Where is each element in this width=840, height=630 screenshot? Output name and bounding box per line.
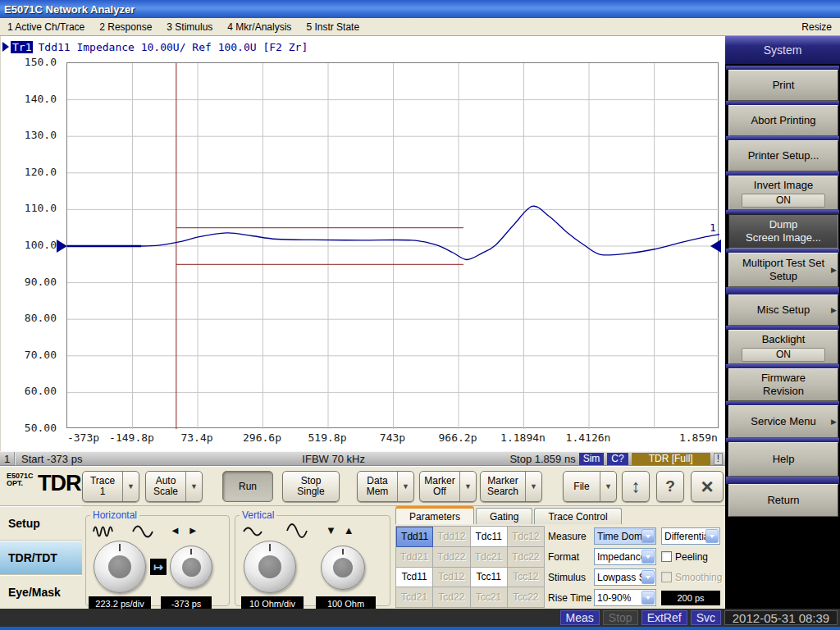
softkey-backlight[interactable]: Backlight ON xyxy=(728,330,838,364)
softkey-return[interactable]: Return xyxy=(728,484,838,517)
softkey-invert-image[interactable]: Invert Image ON xyxy=(728,176,838,210)
menu-active-ch-trace[interactable]: 1 Active Ch/Trace xyxy=(0,20,92,34)
measure-dropdown[interactable]: Time Doma xyxy=(594,527,656,545)
softkey-help[interactable]: Help xyxy=(728,442,838,477)
file-dropdown-arrow-icon[interactable]: ▼ xyxy=(600,472,616,501)
topology-dropdown-arrow-icon[interactable] xyxy=(705,529,719,543)
smoothing-checkbox[interactable] xyxy=(661,572,672,582)
mapsto-icon: ↦ xyxy=(150,559,167,575)
marker-search-button[interactable]: MarkerSearch ▼ xyxy=(480,471,542,502)
x-tick-label: 519.8p xyxy=(307,431,347,444)
y-tick-label: 120.0 xyxy=(7,166,57,178)
tdr-toolbar: E5071C OPT. TDR Trace1 ▼ AutoScale ▼ Run… xyxy=(0,466,725,505)
submenu-arrow-icon: ▶ xyxy=(831,415,837,428)
question-icon: ? xyxy=(665,477,675,495)
matrix-cell-Tcc11[interactable]: Tcc11 xyxy=(471,568,508,588)
softkey-firmware-revision[interactable]: Firmware Revision xyxy=(728,368,838,401)
matrix-cell-Tdc22[interactable]: Tdc22 xyxy=(508,547,545,568)
sim-badge: Sim xyxy=(579,453,605,465)
matrix-cell-Tdd12[interactable]: Tdd12 xyxy=(433,527,470,547)
matrix-cell-Tdc12[interactable]: Tdc12 xyxy=(508,527,545,547)
measure-dropdown-arrow-icon[interactable] xyxy=(641,529,655,543)
horizontal-scale-knob[interactable] xyxy=(94,541,146,593)
rise-time-dropdown-arrow-icon[interactable] xyxy=(641,591,655,605)
menu-instr-state[interactable]: 5 Instr State xyxy=(299,20,367,34)
marker-off-dropdown-arrow-icon[interactable]: ▼ xyxy=(459,472,476,501)
y-tick-label: 50.00 xyxy=(7,422,57,434)
format-dropdown[interactable]: Impedance xyxy=(594,548,656,565)
rise-time-dropdown[interactable]: 10-90% xyxy=(594,589,656,606)
format-dropdown-arrow-icon[interactable] xyxy=(641,550,655,564)
y-tick-label: 140.0 xyxy=(7,93,57,105)
meas-indicator: Meas xyxy=(560,610,600,625)
run-button[interactable]: Run xyxy=(222,471,273,502)
invert-image-on-indicator[interactable]: ON xyxy=(742,194,825,208)
matrix-cell-Tdc11[interactable]: Tdc11 xyxy=(471,527,508,547)
tab-parameters[interactable]: Parameters xyxy=(395,506,474,524)
minimize-restore-button[interactable]: ↕ xyxy=(622,471,650,502)
tab-tdr-tdt[interactable]: TDR/TDT xyxy=(0,541,82,575)
softkey-multiport-test-set-setup[interactable]: Multiport Test Set Setup ▶ xyxy=(728,253,838,287)
tab-setup[interactable]: Setup xyxy=(0,506,82,541)
softkey-misc-setup[interactable]: Misc Setup ▶ xyxy=(728,294,838,326)
graph-panel: Tr1 Tdd11 Impedance 10.00U/ Ref 100.0U [… xyxy=(0,36,725,451)
softkey-printer-setup[interactable]: Printer Setup... xyxy=(728,140,838,171)
stop-indicator: Stop xyxy=(603,610,638,625)
matrix-cell-Tcd11[interactable]: Tcd11 xyxy=(396,568,433,588)
data-mem-dropdown-arrow-icon[interactable]: ▼ xyxy=(397,472,413,501)
matrix-cell-Tcc22[interactable]: Tcc22 xyxy=(508,587,545,608)
auto-scale-dropdown-arrow-icon[interactable]: ▼ xyxy=(185,472,202,501)
x-tick-label: 1.4126n xyxy=(564,431,611,444)
matrix-cell-Tdd22[interactable]: Tdd22 xyxy=(433,547,470,568)
active-trace-arrow-icon xyxy=(2,42,9,52)
menu-stimulus[interactable]: 3 Stimulus xyxy=(159,20,220,34)
vertical-scale-knob[interactable] xyxy=(244,541,296,593)
softkey-abort-printing[interactable]: Abort Printing xyxy=(728,105,838,136)
tab-eye-mask[interactable]: Eye/Mask xyxy=(0,575,82,609)
matrix-cell-Tcd22[interactable]: Tcd22 xyxy=(433,587,470,608)
tab-trace-control[interactable]: Trace Control xyxy=(534,508,621,524)
sparse-wave-icon xyxy=(132,524,153,539)
marker-off-button[interactable]: MarkerOff ▼ xyxy=(419,471,477,502)
trace-dropdown-arrow-icon[interactable]: ▼ xyxy=(122,472,139,501)
matrix-cell-Tcc12[interactable]: Tcc12 xyxy=(508,568,545,588)
softkey-print[interactable]: Print xyxy=(728,70,838,101)
close-icon: × xyxy=(701,474,713,500)
softkey-service-menu[interactable]: Service Menu ▶ xyxy=(728,405,838,438)
peeling-checkbox[interactable] xyxy=(661,551,672,562)
plot-area[interactable]: 1 xyxy=(66,62,719,428)
vertical-position-knob[interactable] xyxy=(321,546,365,590)
dense-wave-icon xyxy=(93,524,116,539)
softkey-dump-screen-image[interactable]: Dump Screen Image... xyxy=(728,214,838,249)
auto-scale-button[interactable]: AutoScale ▼ xyxy=(145,471,203,502)
extref-indicator: ExtRef xyxy=(641,610,687,625)
stop-single-button[interactable]: StopSingle xyxy=(282,471,340,502)
stimulus-dropdown[interactable]: Lowpass S xyxy=(594,568,656,586)
horizontal-position-knob[interactable] xyxy=(170,546,212,588)
softkey-menu-title: System xyxy=(725,36,840,66)
topology-dropdown[interactable]: Differentia xyxy=(661,527,720,545)
matrix-cell-Tdd11[interactable]: Tdd11 xyxy=(396,527,433,547)
bottom-blue-strip xyxy=(0,627,840,630)
matrix-cell-Tcd21[interactable]: Tcd21 xyxy=(396,587,433,608)
backlight-on-indicator[interactable]: ON xyxy=(742,348,825,362)
trace-select-button[interactable]: Trace1 ▼ xyxy=(82,471,139,502)
close-toolbar-button[interactable]: × xyxy=(691,471,724,502)
resize-button[interactable]: Resize xyxy=(793,20,840,34)
marker-search-dropdown-arrow-icon[interactable]: ▼ xyxy=(525,472,541,501)
menu-mkr-analysis[interactable]: 4 Mkr/Analysis xyxy=(220,20,299,34)
matrix-cell-Tcc21[interactable]: Tcc21 xyxy=(471,587,508,608)
instrument-status-bar: Meas Stop ExtRef Svc 2012-05-31 08:39 xyxy=(0,609,840,627)
y-tick-label: 70.00 xyxy=(7,349,57,361)
help-button[interactable]: ? xyxy=(656,471,684,502)
menu-response[interactable]: 2 Response xyxy=(92,20,159,34)
matrix-cell-Tdd21[interactable]: Tdd21 xyxy=(396,547,433,568)
trace-title-bar[interactable]: Tr1 Tdd11 Impedance 10.00U/ Ref 100.0U [… xyxy=(2,40,308,53)
data-mem-button[interactable]: DataMem ▼ xyxy=(357,471,414,502)
tab-gating[interactable]: Gating xyxy=(476,508,532,524)
file-button[interactable]: File ▼ xyxy=(563,471,617,502)
matrix-cell-Tcd12[interactable]: Tcd12 xyxy=(433,568,470,588)
matrix-cell-Tdc21[interactable]: Tdc21 xyxy=(471,547,508,568)
y-tick-label: 130.0 xyxy=(7,129,57,141)
stimulus-dropdown-arrow-icon[interactable] xyxy=(641,570,655,584)
